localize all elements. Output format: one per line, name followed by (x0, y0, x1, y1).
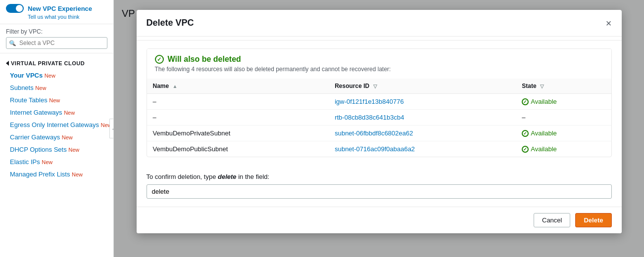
sidebar-item-elastic-ips[interactable]: Elastic IPs New (0, 156, 113, 168)
toggle-row: New VPC Experience (6, 4, 107, 13)
delete-vpc-modal: Delete VPC × Will also be deleted (137, 10, 622, 233)
resource-id-link[interactable]: igw-0f121f1e13b840776 (335, 98, 404, 105)
main-content: VP Delete VPC × Will a (114, 0, 644, 257)
section-triangle-icon (6, 61, 9, 66)
modal-title: Delete VPC (147, 18, 194, 28)
new-vpc-toggle[interactable] (6, 4, 24, 13)
row-resource-id: rtb-08cb8d38c641b3cb4 (329, 110, 516, 126)
modal-scrolled-content: Will also be deleted The following 4 res… (137, 48, 622, 157)
col-state[interactable]: State ▽ (516, 79, 611, 94)
row-name: – (147, 110, 329, 126)
name-sort-icon: ▲ (173, 84, 178, 89)
modal-footer: Cancel Delete (137, 207, 622, 233)
filter-label: Filter by VPC: (6, 28, 107, 35)
modal-body[interactable]: Will also be deleted The following 4 res… (137, 37, 622, 207)
vpc-filter-input[interactable] (6, 37, 107, 49)
row-resource-id: igw-0f121f1e13b840776 (329, 94, 516, 110)
nav-section-title: VIRTUAL PRIVATE CLOUD (0, 57, 113, 69)
status-available: Available (522, 145, 605, 153)
table-row: VembuDemoPublicSubnet subnet-0716ac09f0a… (147, 141, 611, 157)
table-row: VembuDemoPrivateSubnet subnet-06fbbdf8c6… (147, 126, 611, 141)
search-wrapper: 🔍 (6, 37, 107, 49)
resource-id-sort-icon: ▽ (373, 84, 377, 89)
status-available: Available (522, 98, 605, 105)
sidebar-item-your-vpcs[interactable]: Your VPCs New (0, 69, 113, 82)
status-available: Available (522, 129, 605, 137)
delete-button[interactable]: Delete (575, 213, 611, 227)
filter-section: Filter by VPC: 🔍 (0, 24, 113, 53)
check-circle-icon (155, 55, 164, 64)
sidebar-item-subnets[interactable]: Subnets New (0, 82, 113, 94)
state-sort-icon: ▽ (540, 84, 544, 89)
row-name: – (147, 94, 329, 110)
scroll-indicator (137, 37, 622, 41)
status-check-icon (522, 130, 529, 137)
sidebar-item-route-tables[interactable]: Route Tables New (0, 94, 113, 106)
row-resource-id: subnet-0716ac09f0abaa6a2 (329, 141, 516, 157)
tell-us-link[interactable]: Tell us what you think (28, 14, 107, 20)
resources-table: Name ▲ Resource ID ▽ State (147, 79, 611, 157)
row-resource-id: subnet-06fbbdf8c6802ea62 (329, 126, 516, 141)
search-icon: 🔍 (9, 40, 16, 46)
sidebar-item-carrier-gateways[interactable]: Carrier Gateways New (0, 131, 113, 143)
resource-id-link[interactable]: subnet-0716ac09f0abaa6a2 (335, 145, 415, 153)
modal-close-button[interactable]: × (606, 18, 612, 28)
row-name: VembuDemoPublicSubnet (147, 141, 329, 157)
sidebar-item-managed-prefix[interactable]: Managed Prefix Lists New (0, 168, 113, 180)
confirm-section: To confirm deletion, type delete in the … (137, 165, 622, 207)
status-check-icon (522, 98, 529, 105)
row-state: Available (516, 141, 611, 157)
row-name: VembuDemoPrivateSubnet (147, 126, 329, 141)
sidebar: New VPC Experience Tell us what you thin… (0, 0, 114, 257)
status-check-icon (522, 146, 529, 153)
sidebar-top: New VPC Experience Tell us what you thin… (0, 0, 113, 24)
sidebar-item-dhcp-options[interactable]: DHCP Options Sets New (0, 143, 113, 156)
sidebar-item-egress-only[interactable]: Egress Only Internet Gateways New (0, 119, 113, 131)
sidebar-nav: VIRTUAL PRIVATE CLOUD Your VPCs New Subn… (0, 53, 113, 184)
table-header: Name ▲ Resource ID ▽ State (147, 79, 611, 94)
modal-overlay: Delete VPC × Will also be deleted (114, 0, 644, 257)
confirm-delete-input[interactable] (147, 184, 612, 199)
sidebar-item-internet-gateways[interactable]: Internet Gateways New (0, 106, 113, 119)
row-state: – (516, 110, 611, 126)
will-be-deleted-section: Will also be deleted The following 4 res… (147, 48, 612, 157)
sidebar-collapse-button[interactable]: ◀ (109, 119, 114, 138)
table-row: – igw-0f121f1e13b840776 Available (147, 94, 611, 110)
table-row: – rtb-08cb8d38c641b3cb4 – (147, 110, 611, 126)
section-header: Will also be deleted The following 4 res… (147, 49, 611, 79)
cancel-button[interactable]: Cancel (534, 213, 570, 227)
confirm-label: To confirm deletion, type delete in the … (147, 173, 612, 180)
section-description: The following 4 resources will also be d… (155, 66, 603, 73)
toggle-label: New VPC Experience (28, 5, 92, 12)
section-title: Will also be deleted (155, 55, 603, 64)
row-state: Available (516, 94, 611, 110)
row-state: Available (516, 126, 611, 141)
resource-id-link[interactable]: subnet-06fbbdf8c6802ea62 (335, 129, 413, 137)
resource-id-link[interactable]: rtb-08cb8d38c641b3cb4 (335, 114, 404, 121)
modal-header: Delete VPC × (137, 10, 622, 37)
col-name[interactable]: Name ▲ (147, 79, 329, 94)
col-resource-id[interactable]: Resource ID ▽ (329, 79, 516, 94)
table-body: – igw-0f121f1e13b840776 Available (147, 94, 611, 157)
